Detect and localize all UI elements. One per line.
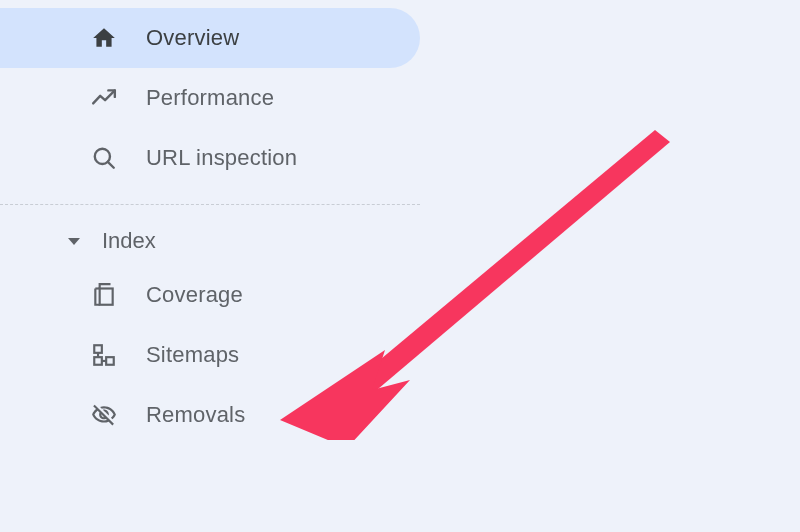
chevron-down-icon	[68, 238, 80, 245]
svg-rect-2	[100, 289, 113, 305]
sidebar-item-url-inspection[interactable]: URL inspection	[0, 128, 420, 188]
sidebar-item-label: Removals	[146, 402, 245, 428]
home-icon	[90, 24, 118, 52]
visibility-off-icon	[90, 401, 118, 429]
svg-line-1	[108, 162, 114, 168]
sidebar-item-label: Overview	[146, 25, 239, 51]
svg-rect-6	[94, 357, 102, 365]
sidebar-item-label: Sitemaps	[146, 342, 239, 368]
search-icon	[90, 144, 118, 172]
sidebar-item-coverage[interactable]: Coverage	[0, 265, 420, 325]
sidebar-item-label: Performance	[146, 85, 274, 111]
sidebar: Overview Performance URL inspection Inde…	[0, 0, 420, 445]
svg-rect-4	[94, 345, 102, 353]
sidebar-item-overview[interactable]: Overview	[0, 8, 420, 68]
svg-rect-5	[106, 357, 114, 365]
trending-icon	[90, 84, 118, 112]
sidebar-item-performance[interactable]: Performance	[0, 68, 420, 128]
sidebar-item-removals[interactable]: Removals	[0, 385, 420, 445]
sitemap-icon	[90, 341, 118, 369]
section-label: Index	[102, 228, 156, 254]
pages-icon	[90, 281, 118, 309]
sidebar-item-sitemaps[interactable]: Sitemaps	[0, 325, 420, 385]
section-header-index[interactable]: Index	[0, 217, 420, 265]
sidebar-item-label: Coverage	[146, 282, 243, 308]
divider	[0, 204, 420, 205]
sidebar-item-label: URL inspection	[146, 145, 297, 171]
